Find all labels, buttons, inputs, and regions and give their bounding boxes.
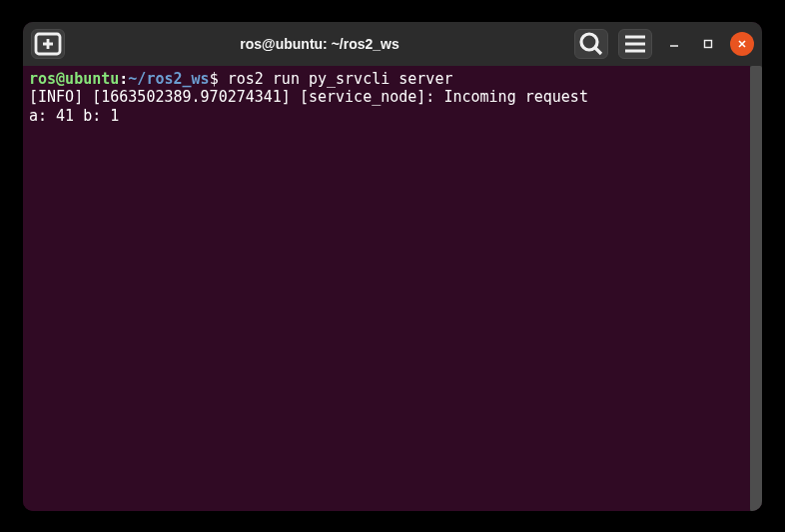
minimize-icon <box>668 38 680 50</box>
svg-rect-9 <box>705 40 712 47</box>
minimize-button[interactable] <box>662 32 686 56</box>
prompt-path: ~/ros2_ws <box>128 70 209 88</box>
scrollbar[interactable] <box>750 66 762 511</box>
hamburger-icon <box>619 28 651 60</box>
svg-point-3 <box>581 34 597 50</box>
svg-line-4 <box>595 48 601 54</box>
menu-button[interactable] <box>618 29 652 59</box>
new-tab-icon <box>32 28 64 60</box>
maximize-icon <box>702 38 714 50</box>
prompt-user-host: ros@ubuntu <box>29 70 119 88</box>
titlebar-left <box>31 29 65 59</box>
prompt-colon: : <box>119 70 128 88</box>
new-tab-button[interactable] <box>31 29 65 59</box>
window-title: ros@ubuntu: ~/ros2_ws <box>71 36 568 52</box>
scrollbar-thumb[interactable] <box>750 66 762 511</box>
terminal-window: ros@ubuntu: ~/ros2_ws <box>23 22 762 511</box>
prompt-symbol: $ <box>210 70 219 88</box>
output-line-1: [INFO] [1663502389.970274341] [service_n… <box>29 88 588 106</box>
search-button[interactable] <box>574 29 608 59</box>
output-line-2: a: 41 b: 1 <box>29 107 119 125</box>
close-button[interactable] <box>730 32 754 56</box>
terminal-content: ros@ubuntu:~/ros2_ws$ ros2 run py_srvcli… <box>29 70 756 126</box>
terminal-body[interactable]: ros@ubuntu:~/ros2_ws$ ros2 run py_srvcli… <box>23 66 762 511</box>
titlebar-right <box>574 29 754 59</box>
search-icon <box>575 28 607 60</box>
maximize-button[interactable] <box>696 32 720 56</box>
command-text: ros2 run py_srvcli server <box>228 70 453 88</box>
titlebar: ros@ubuntu: ~/ros2_ws <box>23 22 762 66</box>
close-icon <box>736 38 748 50</box>
